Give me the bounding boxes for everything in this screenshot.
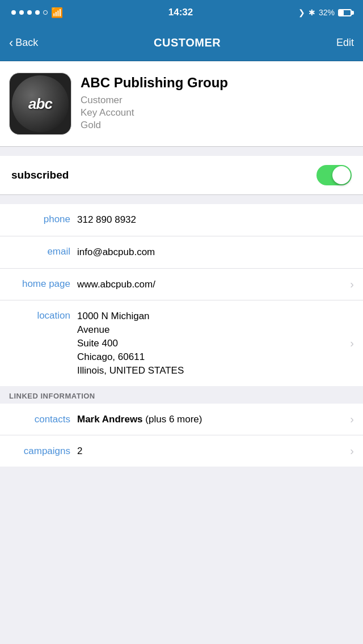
location-row[interactable]: location 1000 N Michigan Avenue Suite 40… [0, 300, 363, 386]
signal-dot-4 [35, 10, 40, 15]
battery-icon [338, 9, 352, 16]
subscribed-toggle[interactable] [316, 165, 352, 185]
company-tier: Gold [81, 120, 228, 131]
signal-dot-5 [43, 10, 48, 15]
phone-value: 312 890 8932 [77, 213, 354, 227]
contacts-primary: Mark Andrews [77, 414, 143, 425]
campaigns-label: campaigns [9, 446, 77, 457]
signal-dot-1 [11, 10, 16, 15]
contacts-label: contacts [9, 414, 77, 425]
company-name: ABC Publishing Group [81, 75, 228, 91]
bluetooth-icon: ✱ [309, 8, 315, 17]
contacts-extra: (plus 6 more) [145, 414, 202, 425]
edit-button[interactable]: Edit [336, 37, 354, 49]
company-logo: abc [9, 73, 71, 135]
email-row: email info@abcpub.com [0, 236, 363, 269]
location-line-1: 1000 N Michigan [77, 311, 150, 321]
header-divider [0, 146, 363, 147]
back-label: Back [15, 37, 38, 49]
battery-percent: 32% [319, 8, 335, 17]
signal-dot-2 [19, 10, 24, 15]
status-bar: 📶 14:32 ❯ ✱ 32% [0, 0, 363, 25]
company-header: abc ABC Publishing Group Customer Key Ac… [0, 61, 363, 146]
contacts-chevron-icon: › [350, 413, 354, 426]
location-line-5: Illinois, UNITED STATES [77, 365, 184, 376]
status-time: 14:32 [168, 7, 193, 18]
location-label: location [9, 310, 77, 321]
status-right: ❯ ✱ 32% [298, 8, 352, 17]
location-line-4: Chicago, 60611 [77, 351, 145, 362]
location-chevron-icon: › [350, 337, 354, 350]
location-value: 1000 N Michigan Avenue Suite 400 Chicago… [77, 310, 345, 377]
signal-indicators: 📶 [11, 7, 63, 19]
signal-dot-3 [27, 10, 32, 15]
wifi-icon: 📶 [51, 7, 63, 19]
location-icon: ❯ [298, 8, 305, 17]
email-label: email [9, 245, 77, 257]
homepage-label: home page [9, 278, 77, 290]
page-title: CUSTOMER [154, 36, 221, 49]
campaigns-value: 2 [77, 446, 345, 457]
location-line-2: Avenue [77, 324, 109, 335]
abc-logo-circle: abc [12, 75, 69, 132]
location-line-3: Suite 400 [77, 338, 118, 349]
homepage-row[interactable]: home page www.abcpub.com/ › [0, 269, 363, 301]
subscribed-row: subscribed [0, 156, 363, 194]
contacts-value: Mark Andrews (plus 6 more) [77, 414, 345, 425]
homepage-value: www.abcpub.com/ [77, 278, 345, 291]
linked-info-header: LINKED INFORMATION [0, 386, 363, 404]
campaigns-chevron-icon: › [350, 444, 354, 457]
phone-row: phone 312 890 8932 [0, 204, 363, 236]
navigation-bar: ‹ Back CUSTOMER Edit [0, 25, 363, 61]
contacts-row[interactable]: contacts Mark Andrews (plus 6 more) › [0, 404, 363, 435]
phone-label: phone [9, 213, 77, 225]
abc-logo-text: abc [28, 95, 52, 113]
company-type: Customer [81, 95, 228, 106]
company-account-type: Key Account [81, 107, 228, 118]
subscribe-divider [0, 194, 363, 195]
campaigns-row[interactable]: campaigns 2 › [0, 435, 363, 467]
homepage-chevron-icon: › [350, 278, 354, 291]
subscribed-label: subscribed [11, 169, 69, 181]
toggle-thumb [332, 166, 351, 184]
back-chevron-icon: ‹ [9, 36, 13, 50]
linked-info-section: contacts Mark Andrews (plus 6 more) › ca… [0, 404, 363, 467]
email-value: info@abcpub.com [77, 245, 354, 259]
contact-info-section: phone 312 890 8932 email info@abcpub.com… [0, 204, 363, 386]
back-button[interactable]: ‹ Back [9, 36, 38, 50]
company-info: ABC Publishing Group Customer Key Accoun… [81, 73, 228, 131]
